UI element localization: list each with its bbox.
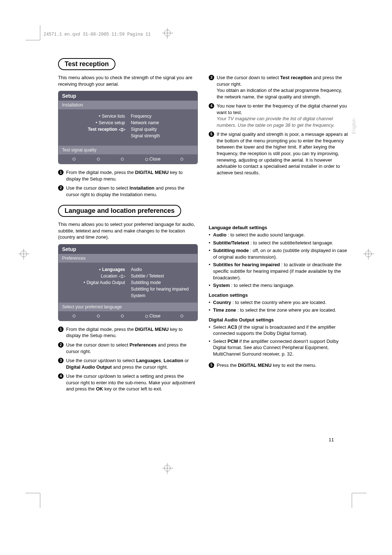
bullet-item: System : to select the menu language. bbox=[209, 282, 348, 289]
osd-setup-preferences: Setup Preferences Languages Location ◁▷ … bbox=[58, 244, 198, 321]
osd-hint: Test signal quality bbox=[58, 146, 197, 154]
bullet-item: Audio : to select the audio sound langua… bbox=[209, 232, 348, 238]
steps-list: 3 Use the cursor down to select Test rec… bbox=[209, 74, 348, 176]
osd-item: Audio bbox=[131, 266, 198, 273]
color-dot-icon bbox=[73, 315, 75, 317]
close-label: Close bbox=[150, 157, 161, 162]
osd-item: System bbox=[131, 292, 198, 299]
intro-text: This menu allows you to select your pref… bbox=[58, 221, 198, 240]
osd-item-selected: Languages bbox=[58, 266, 125, 273]
registration-mark-icon bbox=[365, 251, 372, 257]
color-dot-icon bbox=[145, 158, 148, 161]
bullet-item: Time zone : to select the time zone wher… bbox=[209, 307, 348, 313]
step-item: 2 Use the cursor down to select Preferen… bbox=[58, 342, 198, 355]
step-item: 4 Use the cursor up/down to select a set… bbox=[58, 373, 198, 392]
osd-title: Setup bbox=[58, 244, 197, 254]
crop-line bbox=[352, 493, 367, 493]
close-label: Close bbox=[150, 313, 161, 319]
page-number: 11 bbox=[329, 437, 334, 442]
osd-item: Frequency bbox=[131, 113, 198, 119]
bullet-list: Audio : to select the audio sound langua… bbox=[209, 232, 348, 288]
cursor-nav-icon: ◁▷ bbox=[119, 274, 125, 279]
crop-line bbox=[352, 493, 352, 508]
bullet-item: Select PCM if the amplifier connected do… bbox=[209, 338, 348, 357]
osd-subtitle: Installation bbox=[58, 101, 197, 109]
steps-list: 1 From the digital mode, press the DIGIT… bbox=[58, 326, 198, 392]
subheading: Language default settings bbox=[209, 225, 348, 230]
bullet-item: Select AC3 (if the signal is broadcasted… bbox=[209, 324, 348, 337]
osd-title: Setup bbox=[58, 91, 197, 101]
color-dot-icon bbox=[73, 158, 75, 161]
step-item: 5 If the signal quality and strength is … bbox=[209, 131, 348, 176]
bullet-list: Country : to select the country where yo… bbox=[209, 299, 348, 313]
registration-mark-icon bbox=[20, 251, 27, 257]
osd-item: Subtitling for hearing impaired bbox=[131, 286, 198, 292]
step-number-icon: 1 bbox=[58, 170, 64, 175]
crop-line bbox=[40, 25, 40, 40]
osd-setup-installation: Setup Installation Service lists Service… bbox=[58, 91, 198, 164]
crop-line bbox=[25, 493, 40, 493]
osd-item: Digital Audio Output bbox=[58, 279, 125, 286]
osd-item-selected: Test reception ◁▷ bbox=[58, 126, 125, 133]
step-number-icon: 1 bbox=[58, 327, 64, 332]
step-number-icon: 3 bbox=[209, 75, 214, 80]
steps-list: 5 Press the DIGITAL MENU key to exit the… bbox=[209, 362, 348, 369]
step-number-icon: 4 bbox=[58, 373, 64, 379]
osd-hint: Select your preferred language bbox=[58, 303, 197, 311]
color-dot-icon bbox=[180, 158, 183, 161]
osd-item: Location ◁▷ bbox=[58, 273, 125, 279]
crop-line bbox=[25, 40, 40, 40]
step-item: 1 From the digital mode, press the DIGIT… bbox=[58, 169, 198, 182]
step-number-icon: 4 bbox=[209, 103, 214, 109]
color-dot-icon bbox=[180, 315, 183, 317]
bullet-item: Country : to select the country where yo… bbox=[209, 299, 348, 306]
section-title: Language and location preferences bbox=[58, 205, 181, 217]
step-item: 5 Press the DIGITAL MENU key to exit the… bbox=[209, 362, 348, 369]
step-item: 1 From the digital mode, press the DIGIT… bbox=[58, 326, 198, 339]
step-number-icon: 5 bbox=[209, 131, 214, 137]
registration-mark-icon bbox=[164, 30, 171, 36]
subheading: Location settings bbox=[209, 292, 348, 298]
osd-item: Service setup bbox=[58, 119, 125, 126]
bullet-item: Subtitles for hearing impaired : to acti… bbox=[209, 262, 348, 281]
intro-text: This menu allows you to check the streng… bbox=[58, 74, 198, 87]
step-item: 3 Use the cursor down to select Test rec… bbox=[209, 74, 348, 100]
bullet-item: Subtitling mode : off, on or auto (subti… bbox=[209, 247, 348, 260]
section-title: Test reception bbox=[58, 58, 115, 70]
bullet-item: Subtitle/Teletext : to select the subtit… bbox=[209, 240, 348, 246]
osd-footer: Close bbox=[58, 311, 197, 321]
subheading: Digital Audio Output settings bbox=[209, 317, 348, 323]
language-tab: English bbox=[351, 118, 356, 134]
bullet-list: Select AC3 (if the signal is broadcasted… bbox=[209, 324, 348, 357]
crop-header: 24571.1 en.qxd 31-08-2005 11:59 Pagina 1… bbox=[44, 32, 151, 37]
osd-item: Subtitle / Teletext bbox=[131, 273, 198, 279]
crop-line bbox=[40, 493, 40, 508]
section-test-reception: Test reception This menu allows you to c… bbox=[58, 58, 348, 200]
color-dot-icon bbox=[97, 315, 100, 317]
step-number-icon: 3 bbox=[58, 358, 64, 363]
osd-subtitle: Preferences bbox=[58, 254, 197, 263]
osd-item: Subtitling mode bbox=[131, 279, 198, 286]
step-item: 4 You now have to enter the frequency of… bbox=[209, 103, 348, 128]
color-dot-icon bbox=[97, 158, 100, 161]
color-dot-icon bbox=[121, 315, 124, 317]
registration-mark-icon bbox=[164, 465, 171, 471]
step-number-icon: 2 bbox=[58, 185, 64, 191]
osd-footer: Close bbox=[58, 154, 197, 164]
step-item: 2 Use the cursor down to select Installa… bbox=[58, 185, 198, 198]
italic-note: Your TV magazine can provide the list of… bbox=[217, 116, 334, 128]
color-dot-icon bbox=[145, 315, 148, 318]
osd-item: Signal strength bbox=[131, 133, 198, 139]
osd-item: Service lists bbox=[58, 113, 125, 119]
step-item: 3 Use the cursor up/down to select Langu… bbox=[58, 357, 198, 370]
step-number-icon: 2 bbox=[58, 342, 64, 348]
step-number-icon: 5 bbox=[209, 362, 214, 368]
osd-item: Network name bbox=[131, 119, 198, 126]
osd-item: Signal quality bbox=[131, 126, 198, 133]
section-language-location: Language and location preferences This m… bbox=[58, 205, 348, 395]
cursor-nav-icon: ◁▷ bbox=[119, 127, 125, 132]
steps-list: 1 From the digital mode, press the DIGIT… bbox=[58, 169, 198, 198]
color-dot-icon bbox=[121, 158, 124, 161]
